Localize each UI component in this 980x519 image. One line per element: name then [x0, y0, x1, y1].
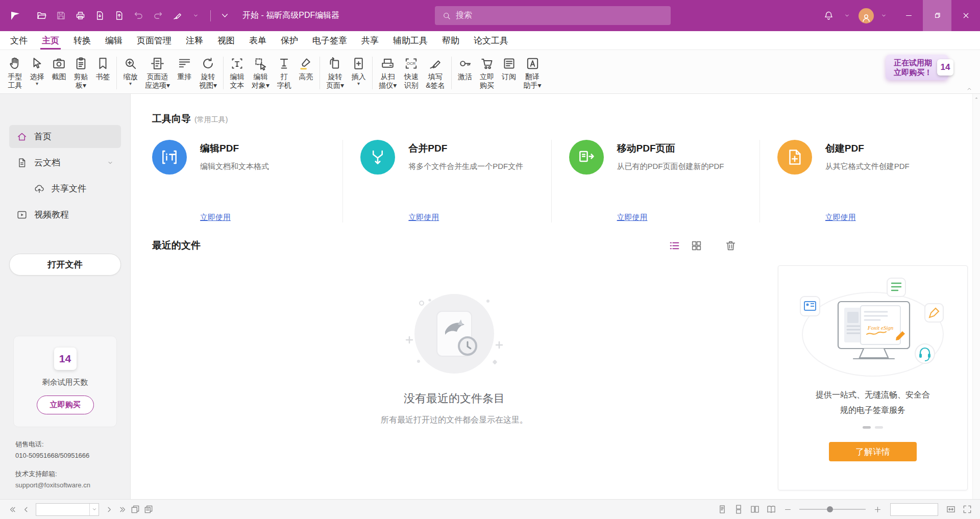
ribbon-tool-page-fit-options[interactable]: 页面适应选项▾ — [141, 53, 174, 93]
tool-card-edit-pdf: 编辑PDF编辑文档和文本格式立即使用 — [152, 140, 342, 223]
create-pdf-button[interactable] — [110, 7, 128, 24]
menu-file[interactable]: 文件 — [3, 31, 35, 50]
ribbon-tool-reflow[interactable]: 重排 — [174, 53, 195, 93]
clipboard-icon — [74, 54, 88, 72]
print-button[interactable] — [71, 7, 89, 24]
menu-convert[interactable]: 转换 — [66, 31, 98, 50]
zoom-slider[interactable] — [799, 504, 866, 514]
ribbon-tool-activate[interactable]: 激活 — [454, 53, 476, 93]
snapshot-pages-button[interactable] — [129, 503, 142, 516]
undo-button[interactable] — [130, 7, 147, 24]
ribbon-tool-from-scanner[interactable]: 从扫描仪▾ — [375, 53, 400, 93]
use-now-link-edit-pdf[interactable]: 立即使用 — [200, 213, 231, 223]
list-view-button[interactable] — [668, 239, 681, 252]
ribbon-tool-clipboard[interactable]: 剪贴板▾ — [70, 53, 92, 93]
ribbon-tool-rotate-view[interactable]: 旋转视图▾ — [195, 53, 220, 93]
trial-badge[interactable]: 正在试用期 立即购买！ 14 — [886, 55, 948, 80]
book-view-button[interactable] — [765, 503, 778, 516]
menu-form[interactable]: 表单 — [242, 31, 274, 50]
first-page-button[interactable] — [6, 503, 19, 516]
restore-button[interactable] — [923, 0, 951, 31]
ribbon-tool-edit-text[interactable]: 编辑文本 — [226, 53, 248, 93]
export-pdf-button[interactable] — [91, 7, 108, 24]
open-file-button[interactable]: 打开文件 — [9, 254, 121, 276]
menu-page-management[interactable]: 页面管理 — [130, 31, 179, 50]
ribbon-tool-subscribe[interactable]: 订阅 — [498, 53, 520, 93]
facing-view-button[interactable] — [748, 503, 762, 516]
menu-edit[interactable]: 编辑 — [98, 31, 130, 50]
use-now-link-create-pdf[interactable]: 立即使用 — [825, 213, 856, 223]
close-button[interactable] — [951, 0, 980, 31]
copy-page-button[interactable] — [142, 503, 155, 516]
page-number-input[interactable] — [36, 504, 89, 515]
account-caret[interactable] — [876, 7, 893, 24]
sidebar-item-video-tutorials[interactable]: 视频教程 — [9, 203, 121, 226]
menu-share[interactable]: 共享 — [354, 31, 386, 50]
zoom-in-button[interactable] — [871, 503, 884, 516]
ribbon-tool-edit-object[interactable]: 编辑对象▾ — [248, 53, 273, 93]
ribbon-tool-fill-sign[interactable]: 填写&签名 — [422, 53, 448, 93]
minimize-button[interactable] — [894, 0, 923, 31]
ribbon-tool-select[interactable]: 选择▾ — [26, 53, 48, 93]
quick-sign-button[interactable] — [168, 7, 186, 24]
ribbon-tool-label: 页面适应选项▾ — [145, 72, 170, 90]
ribbon-tool-bookmark[interactable]: 书签 — [92, 53, 114, 93]
reflow-icon — [177, 54, 192, 72]
learn-more-button[interactable]: 了解详情 — [829, 442, 917, 461]
ribbon-tool-label: 旋转视图▾ — [199, 72, 217, 90]
menu-protect[interactable]: 保护 — [274, 31, 305, 50]
ribbon-tool-snapshot[interactable]: 截图 — [48, 53, 70, 93]
ribbon-tool-hand-tool[interactable]: 手型工具 — [4, 53, 26, 93]
menu-paper-tools[interactable]: 论文工具 — [467, 31, 516, 50]
notifications-button[interactable] — [820, 7, 837, 24]
carousel-dot[interactable] — [863, 426, 871, 429]
page-number-dropdown[interactable] — [89, 504, 99, 515]
ribbon-tool-buy-now[interactable]: 立即购买 — [476, 53, 498, 93]
video-icon — [16, 209, 28, 220]
zoom-slider-thumb[interactable] — [827, 506, 833, 512]
quick-sign-caret[interactable] — [188, 7, 205, 24]
ribbon-tool-quick-ocr[interactable]: OCR快速识别 — [400, 53, 422, 93]
fullscreen-button[interactable] — [961, 503, 974, 516]
sidebar-item-home[interactable]: 首页 — [9, 125, 121, 148]
carousel-dot[interactable] — [875, 426, 883, 429]
menu-view[interactable]: 视图 — [210, 31, 242, 50]
caret-down-icon[interactable] — [107, 159, 114, 166]
last-page-button[interactable] — [115, 503, 129, 516]
previous-page-button[interactable] — [19, 503, 33, 516]
ribbon-tool-typewriter[interactable]: 打字机 — [273, 53, 295, 93]
use-now-link-merge-pdf[interactable]: 立即使用 — [408, 213, 439, 223]
collapse-ribbon-button[interactable] — [966, 85, 973, 92]
menu-esign[interactable]: 电子签章 — [305, 31, 354, 50]
support-email[interactable]: support@foxitsoftware.cn — [15, 480, 130, 491]
menu-comment[interactable]: 注释 — [179, 31, 210, 50]
buy-now-button[interactable]: 立即购买 — [37, 396, 94, 414]
search-input[interactable]: 搜索 — [435, 6, 671, 25]
zoom-level-input[interactable] — [891, 504, 938, 515]
menu-home[interactable]: 主页 — [35, 31, 66, 50]
ribbon-tool-translate-assistant[interactable]: 翻译助手▾ — [520, 53, 545, 93]
menu-help[interactable]: 帮助 — [435, 31, 467, 50]
user-avatar[interactable] — [859, 8, 874, 23]
fit-width-button[interactable] — [944, 503, 958, 516]
vertical-scrollbar[interactable] — [972, 94, 980, 499]
continuous-view-button[interactable] — [732, 503, 745, 516]
clear-recent-button[interactable] — [724, 239, 737, 252]
save-button[interactable] — [52, 7, 69, 24]
sidebar-item-cloud-docs[interactable]: 云文档 — [9, 151, 121, 174]
single-page-view-button[interactable] — [716, 503, 729, 516]
ribbon-tool-rotate-pages[interactable]: 旋转页面▾ — [323, 53, 348, 93]
customize-toolbar-button[interactable] — [216, 7, 233, 24]
open-file-button[interactable] — [33, 7, 50, 24]
use-now-link-move-pdf-pages[interactable]: 立即使用 — [617, 213, 648, 223]
grid-view-button[interactable] — [690, 239, 703, 252]
ribbon-tool-zoom[interactable]: 缩放▾ — [119, 53, 141, 93]
ribbon-tool-highlight[interactable]: 高亮 — [295, 53, 317, 93]
notifications-caret[interactable] — [839, 7, 856, 24]
menu-accessibility[interactable]: 辅助工具 — [386, 31, 435, 50]
sidebar-item-shared-files[interactable]: 共享文件 — [27, 177, 121, 200]
zoom-out-button[interactable] — [781, 503, 794, 516]
ribbon-tool-insert[interactable]: 插入▾ — [348, 53, 370, 93]
next-page-button[interactable] — [102, 503, 115, 516]
redo-button[interactable] — [149, 7, 166, 24]
